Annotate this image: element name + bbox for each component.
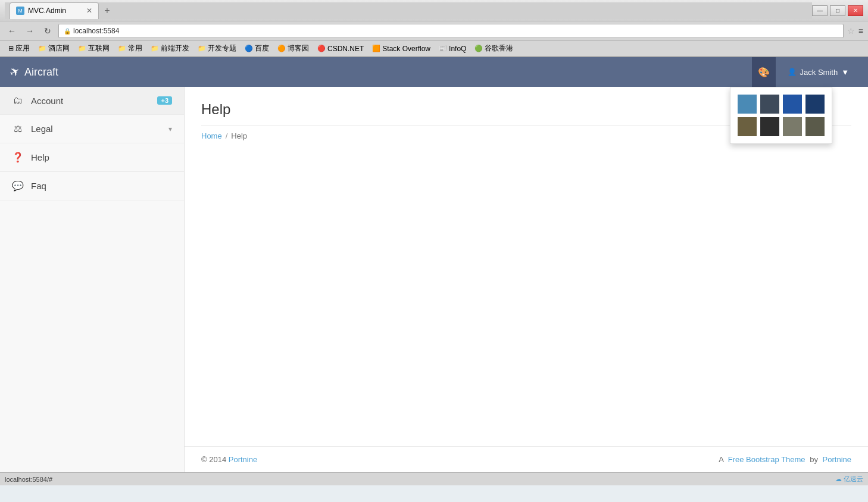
navbar-right: 🎨 👤 Jack Smith ▼ <box>752 57 858 87</box>
sidebar-item-faq[interactable]: 💬 Faq <box>0 172 184 200</box>
navbar-brand[interactable]: ✈ Aircraft <box>10 65 58 79</box>
bookmark-label: 酒店网 <box>48 43 70 54</box>
bookmark-common[interactable]: 📁 常用 <box>114 42 146 55</box>
bookmark-star-button[interactable]: ☆ <box>847 26 855 36</box>
cnblogs-icon: 🟠 <box>277 45 286 52</box>
close-button[interactable]: ✕ <box>848 5 863 16</box>
address-bar[interactable]: 🔒 localhost:5584 <box>58 24 844 38</box>
footer-a-text: A <box>719 455 723 464</box>
browser-chrome: M MVC.Admin ✕ + — □ ✕ ← → ↻ 🔒 localhost:… <box>0 0 868 57</box>
main-layout: 🗂 Account +3 ⚖ Legal ▾ ❓ Help 💬 Faq Help <box>0 87 868 472</box>
bookmark-label: 常用 <box>128 43 142 54</box>
sidebar-item-legal[interactable]: ⚖ Legal ▾ <box>0 115 184 143</box>
palette-icon: 🎨 <box>758 67 770 78</box>
navbar: ✈ Aircraft 🎨 👤 Jack Smith ▼ <box>0 57 868 87</box>
infoq-icon: 📰 <box>439 45 447 52</box>
bookmark-label: 互联网 <box>88 43 110 54</box>
bookmark-google-hk[interactable]: 🟢 谷歌香港 <box>471 42 517 55</box>
bookmark-frontend[interactable]: 📁 前端开发 <box>147 42 193 55</box>
bookmark-csdn[interactable]: 🔴 CSDN.NET <box>314 43 367 54</box>
address-bar-row: ← → ↻ 🔒 localhost:5584 ☆ ≡ <box>0 21 868 41</box>
folder-icon: 📁 <box>198 45 206 52</box>
sidebar-label-faq: Faq <box>31 181 172 191</box>
color-swatch-5[interactable] <box>738 117 757 136</box>
bookmark-label: 百度 <box>255 43 269 54</box>
browser-titlebar: M MVC.Admin ✕ + — □ ✕ <box>0 0 868 21</box>
reload-button[interactable]: ↻ <box>40 24 55 38</box>
footer-by-text: by <box>810 455 818 464</box>
footer-right: A Free Bootstrap Theme by Portnine <box>719 455 851 464</box>
status-url: localhost:5584/# <box>5 476 52 483</box>
gavel-icon: ⚖ <box>12 123 24 134</box>
color-swatch-7[interactable] <box>783 117 802 136</box>
color-swatch-4[interactable] <box>805 95 825 114</box>
tab-bar: M MVC.Admin ✕ + <box>5 2 812 19</box>
footer-portnine-left-link[interactable]: Portnine <box>229 455 257 464</box>
user-menu-button[interactable]: 👤 Jack Smith ▼ <box>778 57 858 87</box>
bookmark-label: CSDN.NET <box>327 45 364 53</box>
tab-favicon: M <box>16 7 24 15</box>
bookmark-label: Stack Overflow <box>382 45 430 53</box>
bookmark-label: 谷歌香港 <box>485 43 513 54</box>
bookmark-label: 博客园 <box>288 43 309 54</box>
bookmark-cnblogs[interactable]: 🟠 博客园 <box>274 42 313 55</box>
footer-left: © 2014 Portnine <box>201 455 257 464</box>
minimize-button[interactable]: — <box>812 5 828 16</box>
color-swatch-2[interactable] <box>760 95 779 114</box>
browser-tab[interactable]: M MVC.Admin ✕ <box>10 2 99 19</box>
folder-icon: 📁 <box>118 45 126 52</box>
aircraft-icon: ✈ <box>7 63 23 80</box>
status-bar: localhost:5584/# ☁ 亿速云 <box>0 472 868 485</box>
breadcrumb-current: Help <box>231 131 247 140</box>
bookmark-label: 应用 <box>15 43 30 54</box>
app-container: ✈ Aircraft 🎨 👤 Jack Smith ▼ <box>0 57 868 472</box>
bookmark-apps[interactable]: ⊞ 应用 <box>5 42 33 55</box>
cloud-icon: ☁ <box>835 475 842 482</box>
comment-icon: 💬 <box>12 180 24 192</box>
color-picker-dropdown <box>730 87 832 144</box>
folder-icon: 📁 <box>38 45 46 52</box>
tab-title: MVC.Admin <box>28 7 66 15</box>
stackoverflow-icon: 🟧 <box>372 45 380 52</box>
bookmark-infoq[interactable]: 📰 InfoQ <box>435 43 470 54</box>
bookmark-label: InfoQ <box>449 45 466 53</box>
maximize-button[interactable]: □ <box>830 5 845 16</box>
status-right-label: ☁ 亿速云 <box>835 475 863 484</box>
brand-name: Aircraft <box>24 66 58 79</box>
new-tab-button[interactable]: + <box>99 2 115 19</box>
sidebar-item-help[interactable]: ❓ Help <box>0 143 184 172</box>
dropdown-arrow-icon: ▼ <box>841 68 849 77</box>
tab-close-button[interactable]: ✕ <box>86 7 92 15</box>
bookmark-hotel[interactable]: 📁 酒店网 <box>35 42 73 55</box>
palette-button[interactable]: 🎨 <box>752 57 776 87</box>
bookmark-internet[interactable]: 📁 互联网 <box>74 42 113 55</box>
footer-copyright: © 2014 <box>201 455 226 464</box>
breadcrumb-home-link[interactable]: Home <box>201 131 222 140</box>
bookmark-devtopic[interactable]: 📁 开发专题 <box>194 42 240 55</box>
color-swatch-1[interactable] <box>738 95 757 114</box>
user-icon: 👤 <box>788 68 797 76</box>
footer: © 2014 Portnine A Free Bootstrap Theme b… <box>185 446 868 472</box>
chevron-down-icon: ▾ <box>168 125 172 133</box>
back-button[interactable]: ← <box>5 24 19 38</box>
bookmark-baidu[interactable]: 🔵 百度 <box>241 42 273 55</box>
color-swatch-3[interactable] <box>783 95 802 114</box>
browser-menu-button[interactable]: ≡ <box>858 26 863 36</box>
bookmark-label: 开发专题 <box>208 43 236 54</box>
briefcase-icon: 🗂 <box>12 95 24 106</box>
bookmark-label: 前端开发 <box>161 43 189 54</box>
color-swatch-6[interactable] <box>760 117 779 136</box>
sidebar: 🗂 Account +3 ⚖ Legal ▾ ❓ Help 💬 Faq <box>0 87 185 472</box>
footer-portnine-right-link[interactable]: Portnine <box>823 455 851 464</box>
main-content: Help Home / Help © 2014 Portnine A Free … <box>185 87 868 472</box>
forward-button[interactable]: → <box>23 24 37 38</box>
bookmark-stackoverflow[interactable]: 🟧 Stack Overflow <box>369 43 434 54</box>
bookmarks-bar: ⊞ 应用 📁 酒店网 📁 互联网 📁 常用 📁 前端开发 📁 开发专题 🔵 百度 <box>0 41 868 57</box>
folder-icon: 📁 <box>151 45 159 52</box>
lock-icon: 🔒 <box>64 28 71 34</box>
sidebar-label-account: Account <box>31 96 150 106</box>
sidebar-item-account[interactable]: 🗂 Account +3 <box>0 87 184 115</box>
color-swatch-8[interactable] <box>805 117 825 136</box>
footer-bootstrap-link[interactable]: Free Bootstrap Theme <box>728 455 805 464</box>
sidebar-label-legal: Legal <box>31 124 161 134</box>
